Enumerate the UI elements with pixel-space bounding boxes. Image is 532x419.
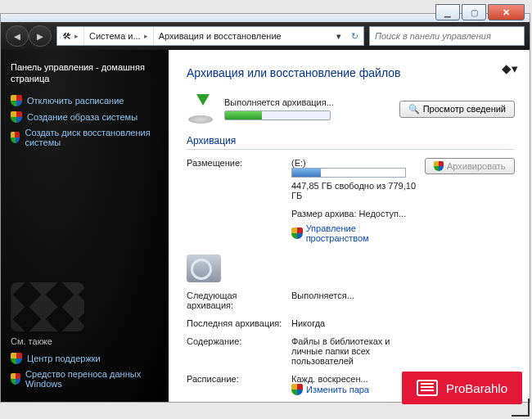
link-label: Управление пространством (306, 223, 418, 243)
maximize-button[interactable] (462, 4, 486, 20)
refresh-button[interactable]: ↻ (345, 31, 363, 42)
contents-key: Содержание: (187, 336, 285, 346)
watermark-badge: ProBarahlo (402, 372, 522, 404)
breadcrumb[interactable]: 🛠▸ Система и...▸ Архивация и восстановле… (56, 26, 364, 46)
status-label: Выполняется архивация... (224, 97, 391, 107)
location-value: (E:) (291, 158, 418, 168)
breadcrumb-segment[interactable]: Архивация и восстановление (159, 31, 282, 41)
shield-icon (11, 353, 22, 364)
nav-toolbar: ◄ ► 🛠▸ Система и...▸ Архивация и восстан… (1, 22, 530, 50)
watermark-text: ProBarahlo (446, 381, 507, 395)
sidebar-link-label: Центр поддержки (27, 354, 101, 363)
free-space-text: 447,85 ГБ свободно из 779,10 ГБ (291, 181, 418, 200)
search-input[interactable] (375, 31, 519, 41)
page-title: Архивация или восстановление файлов (187, 66, 515, 79)
forward-button[interactable]: ► (29, 25, 52, 47)
shield-icon (291, 228, 303, 239)
disk-space-bar (291, 168, 406, 178)
shield-icon (434, 161, 444, 171)
shield-icon (11, 95, 22, 106)
watermark-logo-icon (417, 380, 438, 396)
content-pane: ◆▾ Архивация или восстановление файлов В… (169, 50, 530, 402)
sidebar: Панель управления - домашняя страница От… (1, 50, 169, 402)
view-details-button[interactable]: 🔍Просмотр сведений (399, 101, 515, 118)
corner-marker-icon (512, 399, 530, 417)
magnifier-icon: 🔍 (408, 104, 420, 115)
shield-icon (11, 132, 20, 143)
search-box[interactable] (369, 26, 525, 46)
schedule-key: Расписание: (187, 374, 285, 384)
contents-value: Файлы в библиотеках и личные папки всех … (291, 336, 418, 366)
sidebar-link-create-image[interactable]: Создание образа системы (11, 111, 159, 123)
windows-flag-icon (11, 282, 84, 331)
minimize-button[interactable] (435, 4, 460, 20)
back-button[interactable]: ◄ (6, 25, 29, 47)
last-backup-key: Последняя архивация: (187, 318, 285, 328)
sidebar-link-create-recovery-disc[interactable]: Создать диск восстановления системы (11, 128, 159, 147)
sidebar-link-label: Средство переноса данных Windows (25, 369, 159, 389)
manage-space-link[interactable]: Управление пространством (291, 223, 418, 243)
backup-running-icon (187, 94, 216, 124)
close-button[interactable] (488, 4, 525, 20)
change-params-link[interactable]: Изменить пара (291, 384, 369, 395)
last-backup-value: Никогда (291, 318, 418, 328)
hard-drive-icon (187, 255, 221, 282)
sidebar-link-disable-schedule[interactable]: Отключить расписание (11, 95, 159, 106)
sidebar-link-easy-transfer[interactable]: Средство переноса данных Windows (11, 369, 159, 389)
help-icon[interactable]: ◆▾ (502, 61, 518, 76)
see-also-heading: См. также (11, 336, 159, 346)
link-label: Изменить пара (306, 385, 369, 394)
sidebar-link-label: Отключить расписание (27, 96, 124, 106)
next-backup-value: Выполняется... (291, 291, 418, 300)
archive-now-button: Архивировать (425, 158, 515, 174)
breadcrumb-dropdown[interactable]: ▾ (332, 31, 345, 42)
next-backup-key: Следующая архивация: (187, 291, 285, 310)
archive-size-text: Размер архива: Недоступ... (291, 209, 418, 219)
titlebar (1, 14, 530, 22)
shield-icon (11, 111, 22, 123)
schedule-value: Кажд. воскресен... (291, 374, 368, 384)
breadcrumb-segment[interactable]: Система и... (89, 31, 141, 41)
window-frame: ◄ ► 🛠▸ Система и...▸ Архивация и восстан… (0, 13, 530, 403)
sidebar-link-label: Создать диск восстановления системы (25, 128, 159, 147)
button-label: Архивировать (447, 161, 506, 171)
button-label: Просмотр сведений (423, 104, 506, 114)
control-panel-home-link[interactable]: Панель управления - домашняя страница (11, 61, 159, 85)
backup-progress-bar (224, 110, 331, 120)
shield-icon (291, 384, 303, 395)
shield-icon (11, 373, 20, 385)
sidebar-link-label: Создание образа системы (27, 112, 138, 122)
section-archive-heading: Архивация (187, 135, 515, 150)
location-key: Размещение: (187, 158, 285, 168)
sidebar-link-action-center[interactable]: Центр поддержки (11, 353, 159, 364)
control-panel-icon: 🛠 (62, 31, 71, 41)
